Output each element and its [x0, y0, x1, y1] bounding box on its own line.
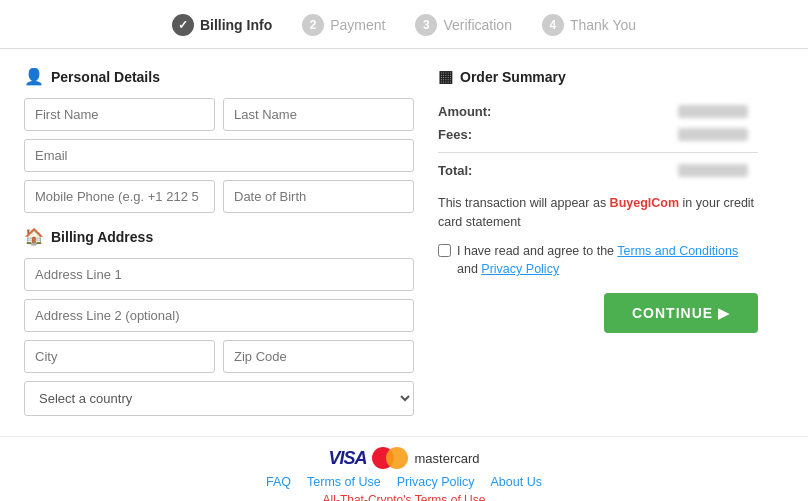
mastercard-logo: mastercard: [372, 447, 479, 469]
address2-input[interactable]: [24, 299, 414, 332]
amount-label: Amount:: [438, 104, 498, 119]
step-circle-billing: ✓: [172, 14, 194, 36]
footer-link-terms[interactable]: Terms of Use: [307, 475, 381, 489]
step-billing[interactable]: ✓ Billing Info: [172, 14, 272, 36]
billing-address-section: 🏠 Billing Address Select a country: [24, 227, 414, 416]
step-circle-verification: 3: [415, 14, 437, 36]
city-input[interactable]: [24, 340, 215, 373]
terms-text: I have read and agree to the Terms and C…: [457, 242, 758, 280]
stepper: ✓ Billing Info 2 Payment 3 Verification …: [0, 0, 808, 49]
email-row: [24, 139, 414, 172]
transaction-note-prefix: This transaction will appear as: [438, 196, 610, 210]
step-label-payment: Payment: [330, 17, 385, 33]
step-circle-payment: 2: [302, 14, 324, 36]
amount-row: Amount:: [438, 100, 758, 123]
personal-details-section: 👤 Personal Details: [24, 67, 414, 86]
right-panel: ▦ Order Summary Amount: Fees: Total: Thi…: [438, 67, 758, 424]
country-select[interactable]: Select a country: [24, 381, 414, 416]
step-circle-thankyou: 4: [542, 14, 564, 36]
terms-link-1[interactable]: Terms and Conditions: [617, 244, 738, 258]
continue-button-wrapper: CONTINUE ▶: [438, 293, 758, 333]
step-payment[interactable]: 2 Payment: [302, 14, 385, 36]
total-label: Total:: [438, 163, 498, 178]
terms-row: I have read and agree to the Terms and C…: [438, 242, 758, 280]
fees-row: Fees:: [438, 123, 758, 146]
main-content: 👤 Personal Details 🏠 Billing Address: [0, 49, 808, 436]
step-label-verification: Verification: [443, 17, 511, 33]
continue-label: CONTINUE ▶: [632, 305, 730, 321]
total-row: Total:: [438, 159, 758, 182]
fees-label: Fees:: [438, 127, 498, 142]
footer-link-faq[interactable]: FAQ: [266, 475, 291, 489]
footer-crypto-terms-link[interactable]: All-That-Crypto's Terms of Use: [0, 493, 808, 501]
order-summary-title: Order Summary: [460, 69, 566, 85]
summary-divider: [438, 152, 758, 153]
step-label-billing: Billing Info: [200, 17, 272, 33]
terms-middle: and: [457, 262, 481, 276]
left-panel: 👤 Personal Details 🏠 Billing Address: [24, 67, 414, 424]
transaction-note: This transaction will appear as BuyeglCo…: [438, 194, 758, 232]
last-name-input[interactable]: [223, 98, 414, 131]
dob-input[interactable]: [223, 180, 414, 213]
mc-label: mastercard: [414, 451, 479, 466]
step-thankyou[interactable]: 4 Thank You: [542, 14, 636, 36]
address1-row: [24, 258, 414, 291]
city-zip-row: [24, 340, 414, 373]
terms-prefix: I have read and agree to the: [457, 244, 617, 258]
step-verification[interactable]: 3 Verification: [415, 14, 511, 36]
amount-value: [678, 105, 748, 118]
billing-address-title-row: 🏠 Billing Address: [24, 227, 414, 246]
name-row: [24, 98, 414, 131]
zip-input[interactable]: [223, 340, 414, 373]
visa-logo: VISA: [328, 448, 366, 469]
fees-value: [678, 128, 748, 141]
terms-checkbox[interactable]: [438, 244, 451, 257]
email-input[interactable]: [24, 139, 414, 172]
order-summary-title-row: ▦ Order Summary: [438, 67, 758, 86]
mobile-dob-row: [24, 180, 414, 213]
grid-icon: ▦: [438, 67, 453, 86]
brand-name: BuyeglCom: [610, 196, 679, 210]
footer-links: FAQ Terms of Use Privacy Policy About Us: [0, 475, 808, 489]
mc-circle-right: [386, 447, 408, 469]
billing-address-title: Billing Address: [51, 229, 153, 245]
footer-link-privacy[interactable]: Privacy Policy: [397, 475, 475, 489]
mobile-input[interactable]: [24, 180, 215, 213]
address2-row: [24, 299, 414, 332]
address1-input[interactable]: [24, 258, 414, 291]
footer: VISA mastercard FAQ Terms of Use Privacy…: [0, 436, 808, 501]
step-label-thankyou: Thank You: [570, 17, 636, 33]
total-value: [678, 164, 748, 177]
first-name-input[interactable]: [24, 98, 215, 131]
footer-link-about[interactable]: About Us: [491, 475, 542, 489]
terms-link-2[interactable]: Privacy Policy: [481, 262, 559, 276]
country-row: Select a country: [24, 381, 414, 416]
personal-details-title: Personal Details: [51, 69, 160, 85]
payment-logos: VISA mastercard: [0, 447, 808, 469]
home-icon: 🏠: [24, 227, 44, 246]
person-icon: 👤: [24, 67, 44, 86]
continue-button[interactable]: CONTINUE ▶: [604, 293, 758, 333]
